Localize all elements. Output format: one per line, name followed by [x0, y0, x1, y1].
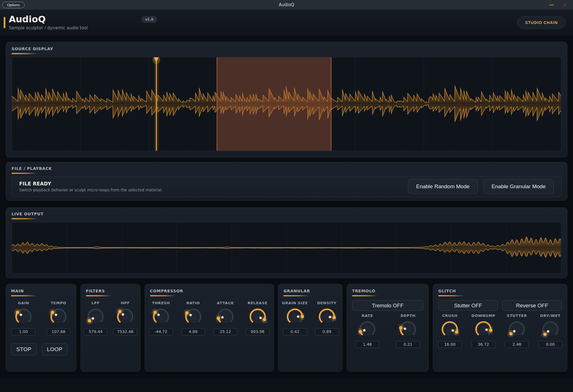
knob-group-thresh: THRESH -44.72: [149, 301, 173, 335]
attack-knob[interactable]: [216, 307, 235, 326]
stutter-knob[interactable]: [507, 320, 526, 339]
module-main: MAINGAIN 1.00TEMPO 107.68STOPLOOP: [6, 284, 76, 372]
module-granular: GRANULARGRAIN SIZE 0.42DENSITY 0.89: [278, 284, 342, 372]
knob-group-attack: ATTACK 25.12: [214, 301, 237, 335]
source-display-title: SOURCE DISPLAY: [12, 47, 561, 51]
module-glitch: GLITCHStutter OFFReverse OFFCRUSH 16.00D…: [433, 284, 567, 372]
lpf-value[interactable]: 579.44: [84, 328, 107, 335]
release-knob[interactable]: [248, 307, 267, 326]
rate-value[interactable]: 1.48: [355, 341, 379, 348]
stop-button[interactable]: STOP: [11, 343, 37, 356]
knob-group-rate: RATE 1.48: [355, 314, 379, 348]
knob-group-tempo: TEMPO 107.68: [47, 301, 70, 335]
tempo-knob[interactable]: [49, 307, 68, 326]
knob-group-dry-wet: DRY/WET 0.00: [539, 314, 562, 348]
hpf-value[interactable]: 7532.48: [113, 328, 137, 335]
knob-group-grain-size: GRAIN SIZE 0.42: [282, 301, 308, 335]
module-title: TREMOLO: [352, 289, 423, 293]
waveform-selection-region[interactable]: [217, 57, 331, 151]
crush-knob[interactable]: [440, 320, 459, 339]
depth-value[interactable]: 0.21: [396, 341, 420, 348]
file-playback-title: FILE / PLAYBACK: [12, 166, 561, 171]
module-title: GLITCH: [438, 289, 562, 293]
downsmp-knob[interactable]: [474, 320, 493, 339]
knob-group-downsmp: DOWNSMP 36.72: [472, 314, 496, 348]
module-title: COMPRESSOR: [150, 289, 269, 293]
loop-button[interactable]: LOOP: [42, 343, 68, 356]
version-badge: v1.0: [142, 16, 157, 23]
accent-underline: [352, 295, 378, 296]
accent-underline: [438, 295, 464, 296]
gain-knob[interactable]: [14, 307, 33, 326]
accent-underline: [12, 173, 38, 174]
dry-wet-value[interactable]: 0.00: [539, 341, 562, 348]
knob-label: STUTTER: [507, 314, 527, 318]
window-titlebar: Options AudioQ ✕: [0, 0, 573, 10]
minimize-icon[interactable]: [549, 5, 554, 5]
module-filters: FILTERSLPF 579.44HPF 7532.48: [81, 284, 140, 372]
knob-label: CRUSH: [442, 314, 457, 318]
accent-underline: [12, 53, 38, 54]
source-display-panel: SOURCE DISPLAY: [6, 42, 567, 157]
playhead[interactable]: [156, 57, 157, 151]
stutter-value[interactable]: 2.48: [505, 341, 529, 348]
thresh-knob[interactable]: [152, 307, 170, 326]
studio-chain-button[interactable]: STUDIO CHAIN: [517, 16, 566, 29]
options-button[interactable]: Options: [2, 2, 25, 8]
app-name: AudioQ: [9, 15, 88, 24]
release-value[interactable]: 903.96: [246, 328, 270, 335]
knob-label: THRESH: [152, 301, 170, 305]
attack-value[interactable]: 25.12: [214, 328, 237, 335]
ratio-value[interactable]: 4.89: [181, 328, 205, 335]
lpf-knob[interactable]: [86, 307, 105, 326]
hpf-knob[interactable]: [116, 307, 134, 326]
knob-group-ratio: RATIO 4.89: [181, 301, 205, 335]
accent-underline: [283, 295, 309, 296]
knob-group-gain: GAIN 1.00: [12, 301, 35, 335]
file-status-bar: FILE READY Switch playback behavior or s…: [12, 176, 561, 197]
knob-group-hpf: HPF 7532.48: [113, 301, 137, 335]
density-knob[interactable]: [318, 307, 336, 326]
module-tremolo: TREMOLOTremolo OFFRATE 1.48DEPTH 0.21: [347, 284, 429, 372]
knob-group-density: DENSITY 0.89: [315, 301, 339, 335]
file-playback-panel: FILE / PLAYBACK FILE READY Switch playba…: [6, 162, 567, 201]
reverse-off-button[interactable]: Reverse OFF: [502, 300, 562, 311]
close-icon[interactable]: ✕: [562, 2, 567, 8]
density-value[interactable]: 0.89: [315, 328, 339, 335]
ratio-knob[interactable]: [184, 307, 203, 326]
stutter-off-button[interactable]: Stutter OFF: [438, 300, 498, 311]
knob-group-release: RELEASE 903.96: [246, 301, 270, 335]
gain-value[interactable]: 1.00: [12, 328, 35, 335]
knob-label: DENSITY: [317, 301, 337, 305]
app-header: AudioQ Sample sculptor / dynamic audio t…: [0, 10, 573, 36]
tempo-value[interactable]: 107.68: [47, 328, 70, 335]
enable-granular-mode-button[interactable]: Enable Granular Mode: [483, 179, 554, 194]
knob-group-lpf: LPF 579.44: [84, 301, 107, 335]
knob-label: RATIO: [186, 301, 200, 305]
thresh-value[interactable]: -44.72: [149, 328, 173, 335]
source-waveform-display[interactable]: [12, 57, 561, 151]
file-status-subtitle: Switch playback behavior or sculpt micro…: [19, 188, 408, 192]
live-output-title: LIVE OUTPUT: [12, 212, 561, 216]
downsmp-value[interactable]: 36.72: [472, 341, 495, 348]
tremolo-off-button[interactable]: Tremolo OFF: [352, 300, 423, 311]
depth-knob[interactable]: [399, 320, 417, 339]
playhead-marker-icon: [154, 57, 159, 62]
accent-underline: [12, 218, 38, 219]
accent-underline: [11, 295, 37, 296]
accent-underline: [150, 295, 176, 296]
crush-value[interactable]: 16.00: [438, 341, 462, 348]
knob-group-crush: CRUSH 16.00: [438, 314, 462, 348]
enable-random-mode-button[interactable]: Enable Random Mode: [408, 179, 478, 194]
knob-label: RELEASE: [248, 301, 268, 305]
grain-size-value[interactable]: 0.42: [283, 328, 307, 335]
knob-label: HPF: [121, 301, 130, 305]
knob-group-depth: DEPTH 0.21: [396, 314, 420, 348]
knob-label: GRAIN SIZE: [282, 301, 308, 305]
module-title: GRANULAR: [283, 289, 337, 293]
module-title: FILTERS: [86, 289, 135, 293]
dry-wet-knob[interactable]: [541, 320, 560, 339]
knob-label: DRY/WET: [540, 314, 561, 318]
rate-knob[interactable]: [358, 320, 377, 339]
grain-size-knob[interactable]: [286, 307, 304, 326]
